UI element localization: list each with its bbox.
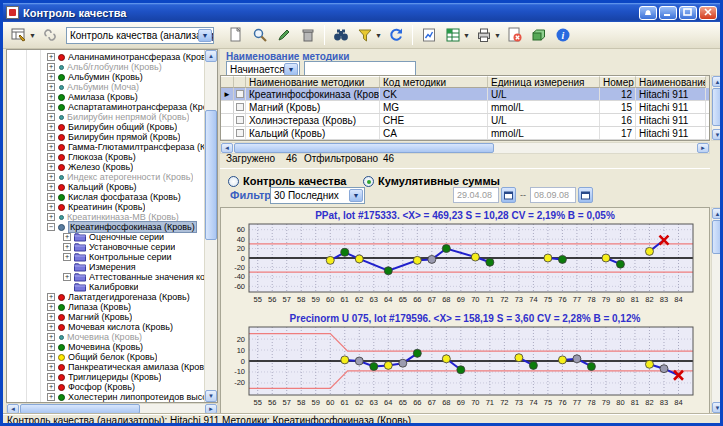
table-cell[interactable]: mmol/L: [488, 127, 600, 139]
tree-item[interactable]: +Альб/глобулин (Кровь): [7, 62, 204, 72]
scroll-right-icon[interactable]: ►: [697, 143, 709, 153]
close-report-button[interactable]: [503, 24, 527, 46]
tree-item[interactable]: +Триглицериды (Кровь): [7, 372, 204, 382]
chevron-down-icon[interactable]: ▼: [349, 189, 363, 202]
table-cell[interactable]: 17: [600, 127, 636, 139]
tree-item[interactable]: +Креатинин (Кровь): [7, 202, 204, 212]
table-hscroll-thumb[interactable]: [234, 143, 494, 153]
tree-item-label[interactable]: Общий белок (Кровь): [68, 352, 157, 362]
row-checkbox[interactable]: [236, 129, 244, 137]
table-cell[interactable]: Hitachi 911: [636, 114, 706, 126]
report-menu-button[interactable]: [7, 24, 31, 46]
date-to-picker-button[interactable]: [578, 187, 593, 203]
date-from-field[interactable]: 29.04.08: [453, 187, 499, 203]
table-row[interactable]: Кальций (Кровь)CAmmol/L17Hitachi 911: [221, 127, 709, 140]
row-selector-cell[interactable]: ►: [221, 88, 234, 100]
table-cell[interactable]: Кальций (Кровь): [246, 127, 380, 139]
table-cell[interactable]: Магний (Кровь): [246, 101, 380, 113]
tree-item-label[interactable]: Мочевая кислота (Кровь): [68, 322, 173, 332]
table-row[interactable]: ►Креатинфосфокиназа (Кровь)CKU/L12Hitach…: [221, 88, 709, 101]
tree-expand-icon[interactable]: +: [47, 123, 55, 131]
tree-expand-icon[interactable]: +: [47, 113, 55, 121]
filter-button[interactable]: [353, 24, 377, 46]
binoculars-button[interactable]: [329, 24, 353, 46]
tree-expand-icon[interactable]: +: [47, 393, 55, 401]
date-from-picker-button[interactable]: [501, 187, 516, 203]
column-header-blank[interactable]: [234, 76, 246, 88]
scroll-up-icon[interactable]: ▲: [712, 208, 723, 219]
tree-expand-icon[interactable]: +: [47, 53, 55, 61]
chevron-down-icon[interactable]: ▼: [198, 29, 212, 42]
maximize-button[interactable]: [679, 6, 697, 20]
row-checkbox[interactable]: [236, 90, 244, 98]
chevron-down-icon[interactable]: ▼: [375, 32, 382, 39]
table-cell[interactable]: CHE: [380, 114, 488, 126]
table-cell[interactable]: CK: [380, 88, 488, 100]
tree-expand-icon[interactable]: −: [47, 223, 55, 231]
excel-export-button[interactable]: [441, 24, 465, 46]
scroll-down-icon[interactable]: ▼: [205, 390, 217, 402]
tree-item-label[interactable]: Билирубин общий (Кровь): [68, 122, 177, 132]
chevron-down-icon[interactable]: ▼: [29, 32, 36, 39]
tree-expand-icon[interactable]: +: [47, 363, 55, 371]
tree-item[interactable]: +Билирубин непрямой (Кровь): [7, 112, 204, 122]
tree-item[interactable]: +Билирубин прямой (Кровь): [7, 132, 204, 142]
scroll-up-icon[interactable]: ▲: [712, 76, 723, 87]
new-record-button[interactable]: [224, 24, 248, 46]
tree-vertical-scrollbar[interactable]: ▲ ▼: [204, 50, 217, 402]
info-button[interactable]: i: [551, 24, 575, 46]
tree-item[interactable]: +Индекс атерогенности (Кровь): [7, 172, 204, 182]
tree-item[interactable]: +Общий белок (Кровь): [7, 352, 204, 362]
minimize-button[interactable]: [659, 6, 677, 20]
tree-item-label[interactable]: Мочевина (Кровь): [68, 342, 143, 352]
table-cell[interactable]: U/L: [488, 114, 600, 126]
tree-expand-icon[interactable]: +: [47, 193, 55, 201]
scroll-down-icon[interactable]: ▼: [712, 402, 723, 413]
tree-item-label[interactable]: Установочные серии: [89, 242, 175, 252]
tree-expand-icon[interactable]: +: [47, 293, 55, 301]
tree-expand-icon[interactable]: +: [47, 203, 55, 211]
tree-item-label[interactable]: Фосфор (Кровь): [68, 382, 135, 392]
tree-scroll-thumb[interactable]: [205, 110, 217, 240]
tree-item-label[interactable]: Кальций (Кровь): [68, 182, 137, 192]
tree-item[interactable]: +Мочевина (Кровь): [7, 342, 204, 352]
hand-button[interactable]: [639, 6, 657, 20]
tree-item-label[interactable]: Альбумин (Моча): [67, 82, 139, 92]
tree-item-label[interactable]: Альбумин (Кровь): [68, 72, 143, 82]
tree-expand-icon[interactable]: +: [63, 233, 71, 241]
tree-item[interactable]: +Железо (Кровь): [7, 162, 204, 172]
tree-item-label[interactable]: Билирубин непрямой (Кровь): [67, 112, 189, 122]
tree-hscroll-thumb[interactable]: [20, 404, 140, 414]
tree-item[interactable]: +Мочевая кислота (Кровь): [7, 322, 204, 332]
tree-expand-icon[interactable]: +: [47, 383, 55, 391]
charts-vertical-scrollbar[interactable]: ▲ ▼: [711, 207, 723, 414]
tree-expand-icon[interactable]: +: [47, 73, 55, 81]
print-button[interactable]: [472, 24, 496, 46]
tree-expand-icon[interactable]: +: [47, 83, 55, 91]
edit-button[interactable]: [272, 24, 296, 46]
column-header[interactable]: Единица измерения: [488, 76, 600, 88]
tree-item[interactable]: +Контрольные серии: [7, 252, 204, 262]
tree-expand-icon[interactable]: +: [47, 173, 55, 181]
tree-item[interactable]: +Холестерин липопротеидов высокой пло: [7, 392, 204, 402]
tree-item[interactable]: +Аспартатаминотрансфераза (Кровь): [7, 102, 204, 112]
archive-button[interactable]: [527, 24, 551, 46]
tree-expand-icon[interactable]: +: [47, 333, 55, 341]
table-cell[interactable]: Hitachi 911: [636, 101, 706, 113]
tree-item-label[interactable]: Панкреатическая амилаза (Кровь): [68, 362, 204, 372]
table-cell[interactable]: Hitachi 911: [636, 127, 706, 139]
tree-item[interactable]: +Лактатдегидрогеназа (Кровь): [7, 292, 204, 302]
tree-expand-icon[interactable]: +: [47, 63, 55, 71]
tree-expand-icon[interactable]: +: [47, 153, 55, 161]
tree-item[interactable]: +Альбумин (Моча): [7, 82, 204, 92]
column-header[interactable]: Код методики: [380, 76, 488, 88]
tree-item-label[interactable]: Мочевина (Кровь): [67, 332, 142, 342]
tree-expand-icon[interactable]: +: [47, 93, 55, 101]
tree-item-label[interactable]: Оценочные серии: [89, 232, 164, 242]
charts-scroll-thumb[interactable]: [712, 220, 723, 254]
scroll-up-icon[interactable]: ▲: [205, 50, 217, 62]
tree-expand-icon[interactable]: +: [47, 303, 55, 311]
tree-expand-icon[interactable]: +: [63, 273, 71, 281]
tree-item-label[interactable]: Глюкоза (Кровь): [68, 152, 136, 162]
tree-item[interactable]: +Магний (Кровь): [7, 312, 204, 322]
